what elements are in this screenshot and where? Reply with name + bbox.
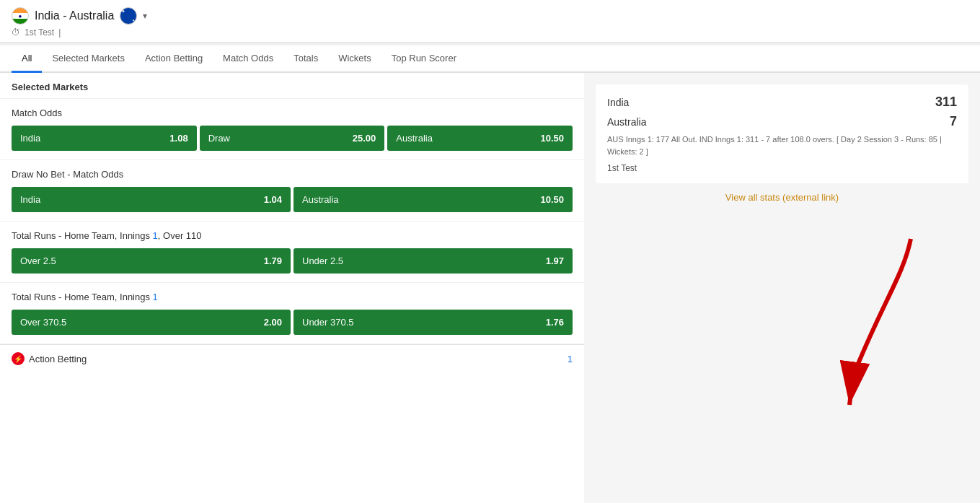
right-panel: India 311 Australia 7 AUS Inngs 1: 177 A… <box>584 73 980 503</box>
market-total-runs-over110-title: Total Runs - Home Team, Innings 1, Over … <box>12 230 573 241</box>
match-sub-header: ⏱ 1st Test | <box>12 27 968 38</box>
dnb-india-button[interactable]: India 1.04 <box>12 187 291 212</box>
tab-all[interactable]: All <box>12 45 42 73</box>
draw-no-bet-row: India 1.04 Australia 10.50 <box>12 187 573 212</box>
under-370-5-button[interactable]: Under 370.5 1.76 <box>293 310 573 335</box>
match-title: India - Australia ▾ <box>12 7 968 25</box>
india-score-row: India 311 <box>607 95 957 110</box>
test-label: 1st Test <box>607 163 957 173</box>
australia-name: Australia <box>607 116 646 128</box>
under-2-5-button[interactable]: Under 2.5 1.97 <box>293 248 573 274</box>
action-betting-label: ⚡ Action Betting <box>12 352 87 365</box>
draw-odd-button[interactable]: Draw 25.00 <box>200 126 385 151</box>
dnb-australia-button[interactable]: Australia 10.50 <box>293 187 573 212</box>
market-match-odds-title: Match Odds <box>12 108 573 118</box>
left-panel: Selected Markets Match Odds India 1.08 D… <box>0 73 584 503</box>
india-score: 311 <box>935 95 957 110</box>
clock-icon: ⏱ <box>12 27 20 38</box>
match-type: 1st Test <box>25 27 54 38</box>
tab-top-run-scorer[interactable]: Top Run Scorer <box>381 45 467 73</box>
india-odd-button[interactable]: India 1.08 <box>12 126 197 151</box>
page-header: India - Australia ▾ ⏱ 1st Test | <box>0 0 980 43</box>
india-name: India <box>607 97 629 108</box>
market-match-odds: Match Odds India 1.08 Draw 25.00 Austral… <box>0 99 584 160</box>
tab-selected-markets[interactable]: Selected Markets <box>42 45 134 73</box>
score-details: AUS Inngs 1: 177 All Out. IND Inngs 1: 3… <box>607 134 957 157</box>
main-layout: Selected Markets Match Odds India 1.08 D… <box>0 73 980 503</box>
market-total-runs-innings1: Total Runs - Home Team, Innings 1 Over 3… <box>0 283 584 344</box>
tab-action-betting[interactable]: Action Betting <box>135 45 213 73</box>
arrow-annotation <box>596 232 968 419</box>
australia-score-row: Australia 7 <box>607 114 957 129</box>
chevron-down-icon[interactable]: ▾ <box>143 11 147 21</box>
tab-match-odds[interactable]: Match Odds <box>213 45 283 73</box>
total-runs-innings1-row: Over 370.5 2.00 Under 370.5 1.76 <box>12 310 573 335</box>
india-flag-icon <box>12 7 29 25</box>
aus-flag-icon <box>120 7 137 25</box>
match-name: India - Australia <box>35 9 114 22</box>
market-total-runs-over110: Total Runs - Home Team, Innings 1, Over … <box>0 222 584 283</box>
nav-tabs: All Selected Markets Action Betting Matc… <box>0 45 980 73</box>
action-betting-count: 1 <box>568 354 573 364</box>
lightning-icon: ⚡ <box>12 352 25 365</box>
red-arrow-svg <box>810 232 925 419</box>
australia-score: 7 <box>950 114 957 129</box>
view-stats-container: View all stats (external link) <box>596 192 968 203</box>
over-370-5-button[interactable]: Over 370.5 2.00 <box>12 310 291 335</box>
match-odds-row: India 1.08 Draw 25.00 Australia 10.50 <box>12 126 573 151</box>
score-card: India 311 Australia 7 AUS Inngs 1: 177 A… <box>596 84 968 183</box>
australia-odd-button[interactable]: Australia 10.50 <box>387 126 573 151</box>
view-stats-link[interactable]: View all stats (external link) <box>725 192 839 203</box>
total-runs-over110-row: Over 2.5 1.79 Under 2.5 1.97 <box>12 248 573 274</box>
tab-totals[interactable]: Totals <box>283 45 328 73</box>
selected-markets-header: Selected Markets <box>0 73 584 99</box>
action-betting-text: Action Betting <box>29 354 87 364</box>
over-2-5-button[interactable]: Over 2.5 1.79 <box>12 248 291 274</box>
selected-markets-label: Selected Markets <box>12 82 88 92</box>
action-betting-bar: ⚡ Action Betting 1 <box>0 344 584 372</box>
tab-wickets[interactable]: Wickets <box>328 45 381 73</box>
market-total-runs-innings1-title: Total Runs - Home Team, Innings 1 <box>12 292 573 302</box>
market-draw-no-bet: Draw No Bet - Match Odds India 1.04 Aust… <box>0 160 584 222</box>
market-draw-no-bet-title: Draw No Bet - Match Odds <box>12 169 573 180</box>
